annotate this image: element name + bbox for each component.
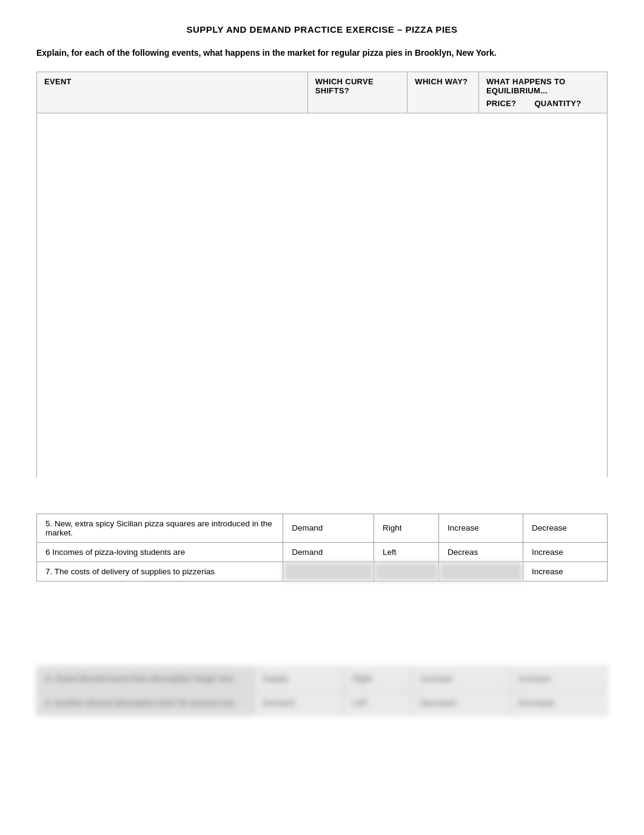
bottom-row2-qty: Decrease xyxy=(509,691,607,715)
bottom-row1-qty: Increase xyxy=(509,666,607,691)
row5-way: Right xyxy=(374,514,439,542)
row7-curve: Supply xyxy=(283,562,374,581)
bottom-row2-way: Left xyxy=(344,691,412,715)
table-row: 6 Incomes of pizza-loving students are D… xyxy=(37,542,608,562)
row6-quantity: Increase xyxy=(523,542,607,562)
header-quantity: QUANTITY? xyxy=(534,99,581,108)
table-header-row: EVENT WHICH CURVE SHIFTS? WHICH WAY? WHA… xyxy=(37,72,608,113)
row7-price: Decrease xyxy=(438,562,523,581)
header-way: WHICH WAY? xyxy=(408,72,479,113)
row7-way: Left xyxy=(374,562,439,581)
table-row: 8. Some blurred event here description l… xyxy=(37,666,608,691)
visible-rows-section: 5. New, extra spicy Sicilian pizza squar… xyxy=(36,514,608,582)
bottom-row2-event: 9. Another blurred description here for … xyxy=(37,691,254,715)
bottom-row1-price: Increase xyxy=(412,666,509,691)
row7-event: 7. The costs of delivery of supplies to … xyxy=(37,562,283,581)
empty-spacer xyxy=(37,113,608,477)
header-curve: WHICH CURVE SHIFTS? xyxy=(307,72,408,113)
header-equilibrium: WHAT HAPPENS TO EQUILIBRIUM... PRICE? QU… xyxy=(478,72,607,113)
bottom-row1-way: Right xyxy=(344,666,412,691)
rows-table: 5. New, extra spicy Sicilian pizza squar… xyxy=(36,514,608,582)
row5-quantity: Decrease xyxy=(523,514,607,542)
bottom-row1-curve: Supply xyxy=(253,666,344,691)
main-table: EVENT WHICH CURVE SHIFTS? WHICH WAY? WHA… xyxy=(36,72,608,477)
table-row: 5. New, extra spicy Sicilian pizza squar… xyxy=(37,514,608,542)
instructions-text: Explain, for each of the following event… xyxy=(36,47,608,59)
table-row: 9. Another blurred description here for … xyxy=(37,691,608,715)
row6-price: Decreas xyxy=(438,542,523,562)
header-price: PRICE? xyxy=(486,99,516,108)
row7-quantity: Increase xyxy=(523,562,607,581)
bottom-row2-price: Decrease xyxy=(412,691,509,715)
row6-event: 6 Incomes of pizza-loving students are xyxy=(37,542,283,562)
bottom-row2-curve: Demand xyxy=(253,691,344,715)
row5-price: Increase xyxy=(438,514,523,542)
row5-curve: Demand xyxy=(283,514,374,542)
bottom-row1-event: 8. Some blurred event here description l… xyxy=(37,666,254,691)
row6-curve: Demand xyxy=(283,542,374,562)
header-event: EVENT xyxy=(37,72,308,113)
row6-way: Left xyxy=(374,542,439,562)
bottom-blurred-section: 8. Some blurred event here description l… xyxy=(36,654,608,728)
table-row: 7. The costs of delivery of supplies to … xyxy=(37,562,608,581)
bottom-table: 8. Some blurred event here description l… xyxy=(36,666,608,716)
row5-event: 5. New, extra spicy Sicilian pizza squar… xyxy=(37,514,283,542)
page-title: SUPPLY AND DEMAND PRACTICE EXERCISE – PI… xyxy=(36,24,608,35)
